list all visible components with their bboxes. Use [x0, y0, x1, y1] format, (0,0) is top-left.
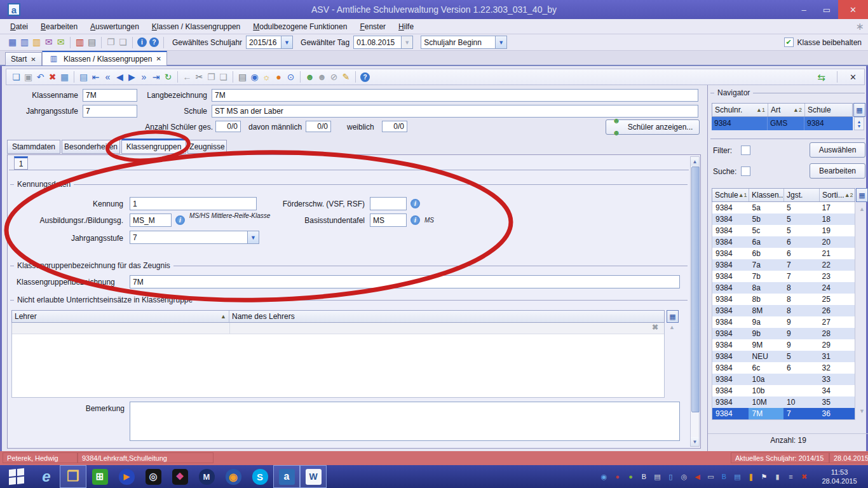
window-new-icon[interactable]: ❏ — [117, 36, 129, 48]
class-cell[interactable]: 23 — [819, 271, 855, 282]
report-icon[interactable]: ▤ — [86, 36, 98, 48]
refresh-icon[interactable]: ↻ — [162, 71, 174, 83]
class-table-row[interactable]: 93849M929 — [712, 339, 855, 351]
lehrer-table-body[interactable] — [11, 323, 665, 398]
teachers-icon[interactable]: ▥ — [31, 36, 43, 48]
class-cell[interactable]: 33 — [819, 374, 855, 385]
class-cell[interactable]: 9384 — [712, 294, 749, 305]
class-cell[interactable]: 8M — [749, 305, 783, 316]
class-cell[interactable]: 10b — [749, 385, 783, 396]
fast-forward-icon[interactable]: » — [138, 71, 150, 83]
monitor-icon[interactable]: ▭ — [705, 471, 716, 482]
first-record-icon[interactable]: ⇤ — [90, 71, 102, 83]
vertical-scrollbar[interactable]: ▲ ▼ — [690, 156, 700, 447]
taskbar-app-asv[interactable]: a — [273, 465, 300, 488]
class-cell[interactable]: 9384 — [712, 374, 749, 385]
taskbar-app-puzzle-app[interactable]: ❖ — [166, 465, 193, 488]
class-table-row[interactable]: 93848a824 — [712, 282, 855, 294]
class-cell[interactable]: 9M — [749, 339, 783, 351]
foerderschw-input[interactable] — [370, 197, 407, 210]
taskbar-app-firefox[interactable]: ◉ — [220, 465, 247, 488]
tab-klassengruppen[interactable]: Klassengruppen — [121, 139, 186, 154]
class-cell[interactable]: 9 — [783, 328, 819, 339]
column-chooser-button[interactable]: ▦ — [853, 103, 865, 117]
bemerkung-textarea[interactable] — [130, 402, 680, 441]
info-icon[interactable]: i — [175, 215, 185, 225]
row-delete-icon[interactable]: ✖ — [652, 323, 658, 332]
chevron-down-icon[interactable]: ▼ — [281, 36, 292, 48]
paste-icon[interactable]: ❏ — [217, 71, 229, 83]
volume-muted-icon[interactable]: ✖ — [799, 471, 810, 482]
class-cell[interactable]: 6 — [783, 236, 819, 248]
class-cell[interactable]: 9384 — [712, 408, 749, 419]
column-jgst[interactable]: Jgst. — [784, 189, 820, 201]
message-green-icon[interactable]: ✉ — [55, 36, 67, 48]
class-cell[interactable]: 9b — [749, 328, 783, 339]
tab-start[interactable]: Start✕ — [5, 52, 42, 65]
class-table-row[interactable]: 93849a927 — [712, 316, 855, 328]
fast-back-icon[interactable]: « — [102, 71, 114, 83]
class-cell[interactable]: 8b — [749, 294, 783, 305]
classes-icon[interactable]: ▥ — [18, 36, 31, 48]
person-icon[interactable]: ☻ — [316, 71, 328, 83]
students-icon[interactable]: ▦ — [6, 36, 18, 48]
alert-bell-icon[interactable]: ● — [273, 71, 285, 83]
class-cell[interactable]: 32 — [819, 362, 855, 374]
undo-icon[interactable]: ↶ — [34, 71, 46, 83]
class-cell[interactable]: 7 — [783, 259, 819, 271]
class-cell[interactable]: 5 — [783, 214, 819, 225]
close-module-icon[interactable]: ✕ — [847, 71, 859, 83]
schule-input[interactable] — [212, 105, 698, 118]
touch-icon[interactable]: ❚ — [745, 471, 756, 482]
network-icon[interactable]: ≡ — [785, 471, 796, 482]
person-add-icon[interactable]: ☻ — [304, 71, 316, 83]
scrollbar-thumb[interactable] — [691, 166, 700, 412]
class-cell[interactable]: 6c — [749, 362, 783, 374]
class-cell[interactable] — [783, 385, 819, 396]
taskbar-app-internet-explorer[interactable]: e — [33, 465, 60, 488]
tag-select[interactable]: 01.08.2015▼ — [353, 36, 413, 49]
class-cell[interactable]: 5 — [783, 351, 819, 362]
class-table-row[interactable]: 938410b34 — [712, 385, 855, 396]
sync-icon[interactable]: ⇆ — [815, 71, 827, 83]
class-cell[interactable]: 22 — [819, 259, 855, 271]
klassengruppenbezeichnung-input[interactable] — [130, 275, 680, 288]
class-cell[interactable]: 9384 — [712, 214, 749, 225]
scroll-up-icon[interactable]: ▲ — [669, 324, 675, 330]
class-cell[interactable]: 9384 — [712, 305, 749, 316]
column-klassen[interactable]: Klassen... — [749, 189, 784, 201]
class-cell[interactable]: 7 — [783, 408, 819, 419]
cut-icon[interactable]: ✂ — [193, 71, 205, 83]
column-chooser-button[interactable]: ▦ — [667, 310, 679, 323]
class-cell[interactable]: 9384 — [712, 316, 749, 328]
class-cell[interactable]: 34 — [819, 385, 855, 396]
help-icon[interactable]: ? — [149, 37, 159, 47]
volume-mixer-icon[interactable]: ◉ — [599, 471, 609, 482]
battery-icon[interactable]: ▮ — [772, 471, 783, 482]
class-cell[interactable]: 9384 — [712, 271, 749, 282]
delete-record-icon[interactable]: ✖ — [46, 71, 58, 83]
books-icon[interactable]: ▥ — [74, 36, 86, 48]
class-cell[interactable]: 9384 — [712, 339, 749, 351]
start-button[interactable] — [0, 465, 33, 488]
tab-stammdaten[interactable]: Stammdaten — [7, 140, 60, 154]
class-cell[interactable]: 9384 — [712, 236, 749, 248]
class-cell[interactable]: 8 — [783, 282, 819, 294]
schuljahr-beginn-select[interactable]: Schuljahr Beginn▼ — [421, 36, 507, 49]
previous-record-icon[interactable]: ◀ — [114, 71, 126, 83]
column-chooser-button[interactable]: ▦ — [856, 188, 868, 202]
journal-icon[interactable]: ▤ — [732, 471, 743, 482]
class-cell[interactable]: 27 — [819, 316, 855, 328]
info-icon[interactable]: i — [410, 215, 420, 225]
print-icon[interactable]: ▤ — [236, 71, 248, 83]
preview-eye-icon[interactable]: ◉ — [248, 71, 261, 83]
class-cell[interactable]: 5a — [749, 202, 783, 214]
class-cell[interactable]: 6a — [749, 236, 783, 248]
filter-checkbox[interactable] — [741, 146, 750, 155]
class-cell[interactable]: 9 — [783, 339, 819, 351]
ausbildung-input[interactable] — [130, 214, 172, 227]
antivirus-icon[interactable]: ● — [625, 471, 636, 482]
chevron-down-icon[interactable]: ▼ — [247, 231, 259, 243]
taskbar-app-m-app[interactable]: M — [193, 465, 220, 488]
bitdefender-icon[interactable]: B — [639, 471, 649, 482]
